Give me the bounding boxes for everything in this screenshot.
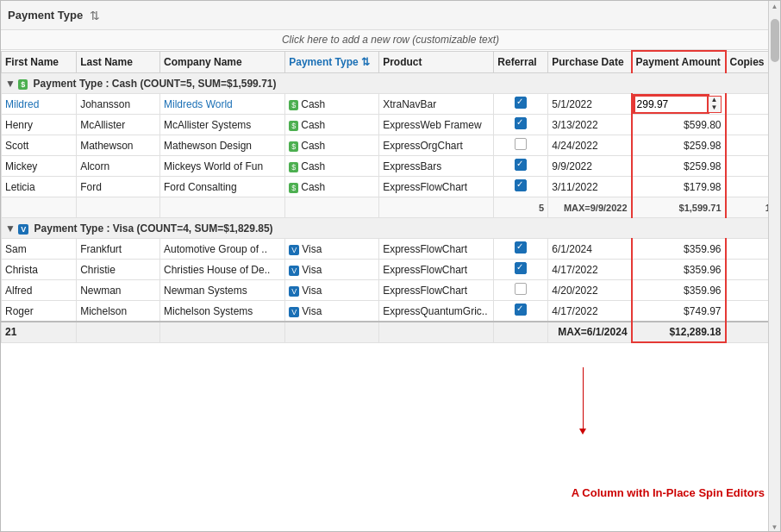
payment-type-cell: $Cash <box>285 156 379 177</box>
col-header-last-name[interactable]: Last Name <box>77 51 160 73</box>
company-cell: Newman Systems <box>159 280 284 301</box>
table-row: Alfred Newman Newman Systems VVisa Expre… <box>2 280 780 301</box>
cash-group-chevron[interactable]: ▼ <box>5 78 16 90</box>
col-header-product[interactable]: Product <box>379 51 494 73</box>
company-cell: Christies House of De.. <box>159 260 284 280</box>
referral-checkbox[interactable] <box>515 97 527 109</box>
main-window: Payment Type ⇅ Click here to add a new r… <box>0 0 781 532</box>
referral-checkbox[interactable] <box>515 283 527 295</box>
referral-checkbox[interactable] <box>515 159 527 171</box>
scroll-down-button[interactable]: ▼ <box>772 523 778 531</box>
date-cell: 3/11/2022 <box>548 177 632 197</box>
referral-cell <box>494 260 548 280</box>
spin-down-button[interactable]: ▼ <box>709 104 721 112</box>
table-row: Mildred Johansson Mildreds World $Cash X… <box>2 94 780 115</box>
spin-buttons: ▲ ▼ <box>708 96 722 113</box>
footer-total-rows: 21 <box>2 322 77 342</box>
scroll-track[interactable] <box>771 10 779 523</box>
footer-spacer <box>159 322 284 342</box>
scroll-up-button[interactable]: ▲ <box>772 3 778 10</box>
grid-scroll[interactable]: First Name Last Name Company Name Paymen… <box>1 50 780 531</box>
referral-checkbox[interactable] <box>515 304 527 316</box>
sort-icon[interactable]: ⇅ <box>90 9 100 22</box>
product-cell: ExpressFlowChart <box>379 280 494 301</box>
col-header-payment-type[interactable]: Payment Type ⇅ <box>285 51 379 73</box>
footer-spacer <box>494 322 548 342</box>
col-header-payment-amount[interactable]: Payment Amount <box>632 51 726 73</box>
cash-group-label: Payment Type : Cash (COUNT=5, SUM=$1,599… <box>34 78 277 90</box>
company-cell: Michelson Systems <box>159 301 284 322</box>
table-row: Henry McAllister McAllister Systems $Cas… <box>2 115 780 135</box>
company-cell: Mathewson Design <box>159 135 284 156</box>
amount-cell: $599.80 <box>632 115 726 135</box>
date-cell: 6/1/2024 <box>548 239 632 260</box>
summary-spacer <box>77 197 160 218</box>
first-name-cell: Mickey <box>2 156 77 177</box>
cash-group-summary: 5 MAX=9/9/2022 $1,599.71 11 <box>2 197 780 218</box>
table-row: Roger Michelson Michelson Systems VVisa … <box>2 301 780 322</box>
product-cell: ExpressBars <box>379 156 494 177</box>
visa-group-chevron[interactable]: ▼ <box>5 222 16 235</box>
cash-badge: $ <box>289 121 298 131</box>
payment-type-cell: VVisa <box>285 260 379 280</box>
referral-cell <box>494 239 548 260</box>
referral-checkbox[interactable] <box>515 117 527 129</box>
last-name-cell: Christie <box>77 260 160 280</box>
last-name-cell: Mathewson <box>77 135 160 156</box>
summary-spacer <box>2 197 77 218</box>
product-cell: ExpressFlowChart <box>379 177 494 197</box>
company-cell: McAllister Systems <box>159 115 284 135</box>
scroll-thumb[interactable] <box>771 19 779 62</box>
product-cell: ExpressWeb Framew <box>379 115 494 135</box>
last-name-cell: Michelson <box>77 301 160 322</box>
col-header-company[interactable]: Company Name <box>159 51 284 73</box>
col-header-referral[interactable]: Referral <box>494 51 548 73</box>
first-name-cell: Sam <box>2 239 77 260</box>
cash-summary-count: 5 <box>494 197 548 218</box>
summary-spacer <box>285 197 379 218</box>
footer-max-date: MAX=6/1/2024 <box>548 322 632 342</box>
spin-input[interactable] <box>634 96 708 113</box>
first-name-cell: Leticia <box>2 177 77 197</box>
annotation-arrow <box>583 367 584 432</box>
referral-checkbox[interactable] <box>515 262 527 274</box>
title-bar: Payment Type ⇅ <box>1 1 780 30</box>
date-cell: 4/17/2022 <box>548 301 632 322</box>
visa-icon: V <box>18 224 28 235</box>
col-header-first-name[interactable]: First Name <box>2 51 77 73</box>
visa-group-header: ▼ V Payment Type : Visa (COUNT=4, SUM=$1… <box>2 218 780 239</box>
amount-cell: $259.98 <box>632 156 726 177</box>
product-cell: ExpressQuantumGric.. <box>379 301 494 322</box>
cash-badge: $ <box>289 141 298 152</box>
payment-type-cell: VVisa <box>285 301 379 322</box>
scrollbar[interactable]: ▲ ▼ <box>768 1 780 531</box>
last-name-cell: Frankfurt <box>77 239 160 260</box>
footer-row: 21 MAX=6/1/2024 $12,289.18 <box>2 322 780 342</box>
referral-cell <box>494 177 548 197</box>
add-row-bar[interactable]: Click here to add a new row (customizabl… <box>1 30 780 50</box>
cash-icon: $ <box>18 79 28 90</box>
amount-cell: $359.96 <box>632 239 726 260</box>
company-cell: Mickeys World of Fun <box>159 156 284 177</box>
first-name-cell: Henry <box>2 115 77 135</box>
referral-checkbox[interactable] <box>515 138 527 150</box>
visa-badge: V <box>289 286 299 297</box>
last-name-cell: Johansson <box>77 94 160 115</box>
cash-badge: $ <box>289 162 298 172</box>
first-name-cell: Christa <box>2 260 77 280</box>
referral-checkbox[interactable] <box>515 179 527 191</box>
referral-checkbox[interactable] <box>515 241 527 253</box>
last-name-cell: Newman <box>77 280 160 301</box>
date-cell: 3/13/2022 <box>548 115 632 135</box>
cash-badge: $ <box>289 183 298 193</box>
visa-group-label: Payment Type : Visa (COUNT=4, SUM=$1,829… <box>34 222 273 235</box>
first-name-cell: Scott <box>2 135 77 156</box>
visa-badge: V <box>289 245 299 255</box>
grid-container: Click here to add a new row (customizabl… <box>1 30 780 531</box>
summary-spacer <box>379 197 494 218</box>
col-header-purchase-date[interactable]: Purchase Date <box>548 51 632 73</box>
amount-spin-cell[interactable]: ▲ ▼ <box>632 94 726 115</box>
payment-type-cell: VVisa <box>285 239 379 260</box>
payment-type-cell: $Cash <box>285 115 379 135</box>
header-row: First Name Last Name Company Name Paymen… <box>2 51 780 73</box>
